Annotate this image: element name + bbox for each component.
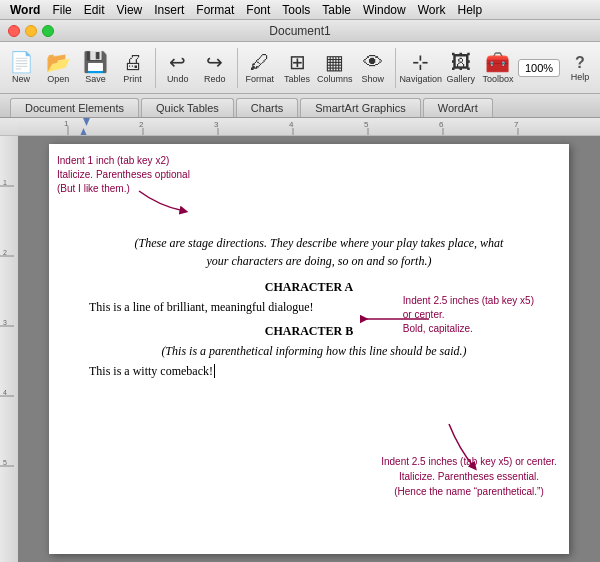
tables-icon: ⊞ — [289, 52, 306, 72]
menu-edit[interactable]: Edit — [78, 3, 111, 17]
menu-window[interactable]: Window — [357, 3, 412, 17]
svg-text:5: 5 — [364, 120, 369, 129]
menu-tools[interactable]: Tools — [276, 3, 316, 17]
svg-text:6: 6 — [439, 120, 444, 129]
svg-text:5: 5 — [3, 459, 7, 466]
redo-button[interactable]: ↪ Redo — [198, 45, 232, 91]
side-ruler: 1 2 3 4 5 — [0, 136, 18, 562]
zoom-input[interactable]: 100% — [518, 59, 560, 77]
undo-icon: ↩ — [169, 52, 186, 72]
undo-button[interactable]: ↩ Undo — [161, 45, 195, 91]
page: Indent 1 inch (tab key x2) Italicize. Pa… — [49, 144, 569, 554]
svg-text:7: 7 — [514, 120, 519, 129]
save-icon: 💾 — [83, 52, 108, 72]
help-button[interactable]: ? Help — [564, 45, 596, 91]
gallery-icon: 🖼 — [451, 52, 471, 72]
new-button[interactable]: 📄 New — [4, 45, 38, 91]
tab-wordart[interactable]: WordArt — [423, 98, 493, 117]
window-controls — [8, 25, 54, 37]
tab-quick-tables[interactable]: Quick Tables — [141, 98, 234, 117]
svg-text:1: 1 — [64, 119, 69, 128]
menu-word[interactable]: Word — [4, 3, 46, 17]
tables-button[interactable]: ⊞ Tables — [280, 45, 314, 91]
new-icon: 📄 — [9, 52, 34, 72]
format-button[interactable]: 🖊 Format — [243, 45, 277, 91]
annotation-indent: Indent 1 inch (tab key x2) Italicize. Pa… — [57, 154, 190, 196]
annotation-parenthetical: Indent 2.5 inches (tab key x5) or center… — [369, 454, 569, 499]
svg-text:1: 1 — [3, 179, 7, 186]
document-content[interactable]: (These are stage directions. They descri… — [89, 234, 529, 380]
menu-insert[interactable]: Insert — [148, 3, 190, 17]
close-button[interactable] — [8, 25, 20, 37]
svg-text:2: 2 — [3, 249, 7, 256]
svg-text:2: 2 — [139, 120, 144, 129]
show-button[interactable]: 👁 Show — [356, 45, 390, 91]
ribbon: Document Elements Quick Tables Charts Sm… — [0, 94, 600, 118]
tab-document-elements[interactable]: Document Elements — [10, 98, 139, 117]
menu-font[interactable]: Font — [240, 3, 276, 17]
svg-text:4: 4 — [289, 120, 294, 129]
toolbar-divider-3 — [395, 48, 396, 88]
title-bar: Document1 — [0, 20, 600, 42]
menu-format[interactable]: Format — [190, 3, 240, 17]
toolbox-button[interactable]: 🧰 Toolbox — [481, 45, 515, 91]
stage-directions: (These are stage directions. They descri… — [129, 234, 509, 270]
annotation-character-name: Indent 2.5 inches (tab key x5) or center… — [403, 294, 534, 336]
svg-text:3: 3 — [214, 120, 219, 129]
print-button[interactable]: 🖨 Print — [116, 45, 150, 91]
show-icon: 👁 — [363, 52, 383, 72]
menu-file[interactable]: File — [46, 3, 77, 17]
menu-view[interactable]: View — [110, 3, 148, 17]
navigation-button[interactable]: ⊹ Navigation — [401, 45, 441, 91]
toolbar-divider-2 — [237, 48, 238, 88]
navigation-icon: ⊹ — [412, 52, 429, 72]
document-area: 1 2 3 4 5 Indent 1 inch (tab key x2) Ita… — [0, 136, 600, 562]
redo-icon: ↪ — [206, 52, 223, 72]
columns-icon: ▦ — [325, 52, 344, 72]
document-title: Document1 — [269, 24, 330, 38]
tab-smartart-graphics[interactable]: SmartArt Graphics — [300, 98, 420, 117]
open-button[interactable]: 📂 Open — [41, 45, 75, 91]
svg-rect-0 — [18, 118, 600, 136]
save-button[interactable]: 💾 Save — [78, 45, 112, 91]
menu-help[interactable]: Help — [452, 3, 489, 17]
character-b-parenthetical: (This is a parenthetical informing how t… — [119, 342, 509, 360]
toolbar: 📄 New 📂 Open 💾 Save 🖨 Print ↩ Undo ↪ Red… — [0, 42, 600, 94]
toolbar-divider-1 — [155, 48, 156, 88]
ruler: 1 2 3 4 5 6 7 — [0, 118, 600, 136]
svg-text:4: 4 — [3, 389, 7, 396]
print-icon: 🖨 — [123, 52, 143, 72]
maximize-button[interactable] — [42, 25, 54, 37]
svg-rect-17 — [0, 136, 18, 562]
menu-bar: Word File Edit View Insert Format Font T… — [0, 0, 600, 20]
open-icon: 📂 — [46, 52, 71, 72]
menu-table[interactable]: Table — [316, 3, 357, 17]
character-b-dialogue: This is a witty comeback! — [89, 362, 529, 380]
minimize-button[interactable] — [25, 25, 37, 37]
tab-charts[interactable]: Charts — [236, 98, 298, 117]
svg-text:3: 3 — [3, 319, 7, 326]
toolbox-icon: 🧰 — [485, 52, 510, 72]
gallery-button[interactable]: 🖼 Gallery — [444, 45, 478, 91]
zoom-area: 100% ? Help — [518, 45, 596, 91]
columns-button[interactable]: ▦ Columns — [317, 45, 353, 91]
menu-work[interactable]: Work — [412, 3, 452, 17]
format-icon: 🖊 — [250, 52, 270, 72]
